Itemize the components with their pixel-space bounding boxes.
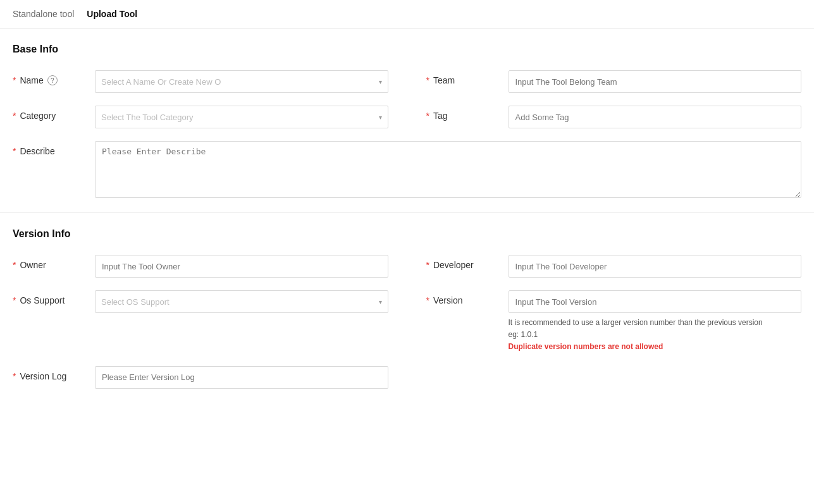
developer-label: Developer: [433, 260, 474, 270]
tag-required-star: *: [426, 111, 429, 121]
owner-row: * Owner: [13, 255, 388, 278]
describe-control-col: [95, 141, 801, 200]
name-select[interactable]: [95, 70, 388, 93]
base-info-grid: * Name ? ▾ Select A Name Or Create New O: [13, 70, 801, 200]
describe-textarea[interactable]: [95, 141, 801, 198]
developer-row: * Developer: [426, 255, 802, 278]
version-log-input[interactable]: [95, 366, 388, 389]
header: Standalone tool Upload Tool: [0, 0, 814, 28]
version-info-section: Version Info * Owner * Developer: [0, 213, 814, 402]
team-control-col: [509, 70, 802, 93]
describe-row: * Describe: [13, 141, 801, 200]
version-log-label-col: * Version Log: [13, 366, 95, 381]
team-label-col: * Team: [426, 70, 509, 85]
breadcrumb-standalone[interactable]: Standalone tool: [13, 9, 74, 19]
os-support-label: Os Support: [20, 295, 65, 305]
version-log-required-star: *: [13, 371, 16, 381]
breadcrumb-current: Upload Tool: [87, 9, 137, 19]
developer-control-col: [509, 255, 802, 278]
tag-control-col: [509, 106, 802, 128]
developer-required-star: *: [426, 260, 429, 270]
os-support-required-star: *: [13, 295, 16, 305]
name-row: * Name ? ▾ Select A Name Or Create New O: [13, 70, 388, 93]
team-label: Team: [433, 75, 455, 85]
tag-row: * Tag: [426, 106, 802, 128]
team-required-star: *: [426, 75, 429, 85]
category-required-star: *: [13, 111, 16, 121]
base-info-section: Base Info * Name ? ▾ Select A Name Or Cr…: [0, 28, 814, 213]
name-help-icon[interactable]: ?: [47, 75, 58, 85]
version-label: Version: [433, 295, 463, 305]
team-row: * Team: [426, 70, 802, 93]
name-required-star: *: [13, 75, 16, 85]
version-hint-text: It is recommended to use a larger versio…: [509, 318, 763, 327]
developer-input[interactable]: [509, 255, 802, 278]
category-row: * Category ▾ Select The Tool Category: [13, 106, 388, 128]
name-label-col: * Name ?: [13, 70, 95, 85]
version-log-control-col: [95, 366, 388, 389]
os-support-control-col: ▾ Select OS Support: [95, 290, 388, 313]
version-info-grid: * Owner * Developer * Os Support: [13, 255, 801, 389]
team-input[interactable]: [509, 70, 802, 93]
version-input[interactable]: [509, 290, 802, 313]
version-log-label: Version Log: [20, 371, 66, 381]
owner-input[interactable]: [95, 255, 388, 278]
category-label-col: * Category: [13, 106, 95, 121]
version-control-col: It is recommended to use a larger versio…: [509, 290, 802, 353]
version-hint: It is recommended to use a larger versio…: [509, 317, 802, 353]
describe-label: Describe: [20, 146, 54, 156]
tag-label-col: * Tag: [426, 106, 509, 121]
base-info-title: Base Info: [13, 44, 801, 55]
version-required-star: *: [426, 295, 429, 305]
owner-control-col: [95, 255, 388, 278]
category-select[interactable]: [95, 106, 388, 128]
tag-label: Tag: [433, 111, 448, 121]
owner-label: Owner: [20, 260, 46, 270]
owner-label-col: * Owner: [13, 255, 95, 270]
category-label: Category: [20, 111, 56, 121]
describe-required-star: *: [13, 146, 16, 156]
describe-label-col: * Describe: [13, 141, 95, 156]
name-control-col: ▾ Select A Name Or Create New O: [95, 70, 388, 93]
version-label-col: * Version: [426, 290, 509, 305]
version-row: * Version It is recommended to use a lar…: [426, 290, 802, 353]
os-support-label-col: * Os Support: [13, 290, 95, 305]
category-control-col: ▾ Select The Tool Category: [95, 106, 388, 128]
owner-required-star: *: [13, 260, 16, 270]
os-support-row: * Os Support ▾ Select OS Support: [13, 290, 388, 353]
version-hint-example: eg: 1.0.1: [509, 330, 538, 339]
version-hint-error: Duplicate version numbers are not allowe…: [509, 342, 663, 351]
name-label: Name: [20, 75, 43, 85]
name-select-wrapper: ▾ Select A Name Or Create New O: [95, 70, 388, 93]
developer-label-col: * Developer: [426, 255, 509, 270]
os-support-select[interactable]: [95, 290, 388, 313]
os-support-select-wrapper: ▾ Select OS Support: [95, 290, 388, 313]
version-log-row: * Version Log: [13, 366, 388, 389]
tag-input[interactable]: [509, 106, 802, 128]
version-info-title: Version Info: [13, 228, 801, 240]
category-select-wrapper: ▾ Select The Tool Category: [95, 106, 388, 128]
